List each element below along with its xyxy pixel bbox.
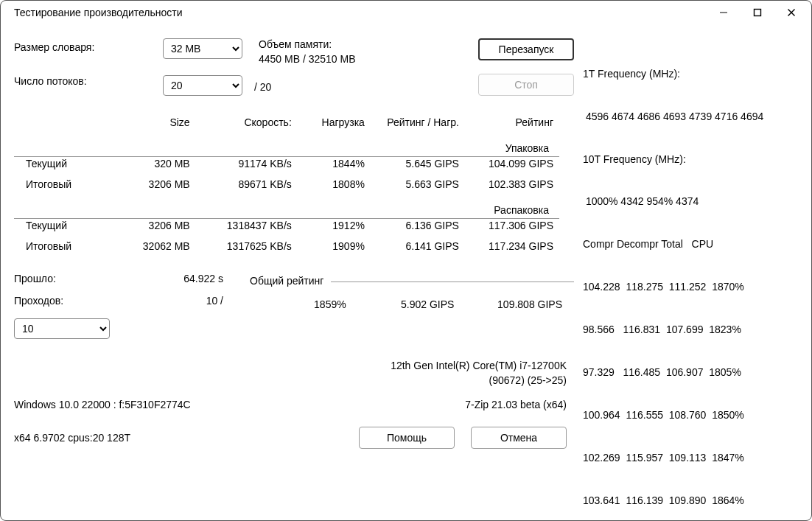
titlebar: Тестирование производительности <box>1 1 811 25</box>
threads-select[interactable]: 20 <box>163 75 242 96</box>
col-size: Size <box>116 112 195 133</box>
mem-title: Объем памяти: <box>259 38 371 50</box>
results-table-area: Size Скорость: Нагрузка Рейтинг / Нагр. … <box>14 112 574 256</box>
group-pack: Упаковка <box>505 142 553 154</box>
dict-size-select[interactable]: 32 MB <box>163 38 242 59</box>
group-unpack: Распаковка <box>494 204 553 216</box>
elapsed-value: 64.922 s <box>132 273 250 284</box>
log-row: 103.641 116.139 109.890 1864% <box>583 494 798 508</box>
log-row: 104.228 118.275 111.252 1870% <box>583 280 798 294</box>
window-title: Тестирование производительности <box>14 7 707 18</box>
cpu-info: 12th Gen Intel(R) Core(TM) i7-12700K (90… <box>14 358 574 388</box>
freq1-values: 4596 4674 4686 4693 4739 4716 4694 <box>583 110 798 124</box>
dict-size-label: Размер словаря: <box>14 41 154 53</box>
sys-row: Windows 10.0 22000 : f:5F310F2774C 7-Zip… <box>14 399 574 410</box>
footer-row: x64 6.9702 cpus:20 128T Помощь Отмена <box>14 427 574 449</box>
benchmark-window: Тестирование производительности Размер с… <box>0 0 812 521</box>
col-speed: Скорость: <box>196 112 298 133</box>
passes-select[interactable]: 10 <box>14 318 110 339</box>
minimize-button[interactable] <box>707 1 741 24</box>
col-rating: Рейтинг <box>465 112 559 133</box>
threads-max: / 20 <box>254 81 371 93</box>
svg-rect-1 <box>755 10 761 16</box>
elapsed-label: Прошло: <box>14 273 132 284</box>
overall-title: Общий рейтинг <box>250 275 331 287</box>
overall-rpl: 5.902 GIPS <box>358 298 466 310</box>
app-info: 7-Zip 21.03 beta (x64) <box>465 399 567 410</box>
freq10-label: 10T Frequency (MHz): <box>583 153 798 167</box>
os-info: Windows 10.0 22000 : f:5F310F2774C <box>14 399 191 410</box>
passes-label: Проходов: <box>14 295 132 307</box>
close-button[interactable] <box>774 1 808 24</box>
col-rpl: Рейтинг / Нагр. <box>371 112 465 133</box>
freq10-values: 1000% 4342 954% 4374 <box>583 195 798 209</box>
overall-load: 1859% <box>250 298 358 310</box>
log-row: 100.964 116.555 108.760 1850% <box>583 408 798 422</box>
log-cols: Compr Decompr Total CPU <box>583 237 798 251</box>
summary-block: Прошло: 64.922 s Проходов: 10 / 10 Общий… <box>14 273 574 339</box>
threads-label: Число потоков: <box>14 75 154 87</box>
log-row: 102.269 115.957 109.113 1847% <box>583 451 798 465</box>
content-area: Размер словаря: Число потоков: 32 MB 20 … <box>1 25 811 521</box>
results-table: Size Скорость: Нагрузка Рейтинг / Нагр. … <box>14 112 559 256</box>
row-pack-total: Итоговый 3206 MB 89671 KB/s 1808% 5.663 … <box>14 174 559 195</box>
log-row: 97.329 116.485 106.907 1805% <box>583 366 798 380</box>
col-load: Нагрузка <box>298 112 371 133</box>
overall-box: Общий рейтинг 1859% 5.902 GIPS 109.808 G… <box>250 282 574 339</box>
left-pane: Размер словаря: Число потоков: 32 MB 20 … <box>14 38 574 521</box>
row-unpack-total: Итоговый 32062 MB 1317625 KB/s 1909% 6.1… <box>14 236 559 256</box>
mem-value: 4450 MB / 32510 MB <box>259 53 371 65</box>
log-row: 98.566 116.831 107.699 1823% <box>583 323 798 337</box>
log-pane: 1T Frequency (MHz): 4596 4674 4686 4693 … <box>583 38 798 521</box>
arch-info: x64 6.9702 cpus:20 128T <box>14 432 130 444</box>
help-button[interactable]: Помощь <box>359 427 455 449</box>
overall-rating: 109.808 GIPS <box>466 298 574 310</box>
maximize-button[interactable] <box>741 1 774 24</box>
restart-button[interactable]: Перезапуск <box>478 38 574 60</box>
passes-value: 10 / <box>132 295 250 307</box>
stop-button[interactable]: Стоп <box>478 74 574 96</box>
freq1-label: 1T Frequency (MHz): <box>583 67 798 81</box>
top-controls: Размер словаря: Число потоков: 32 MB 20 … <box>14 38 574 96</box>
cancel-button[interactable]: Отмена <box>471 427 567 449</box>
